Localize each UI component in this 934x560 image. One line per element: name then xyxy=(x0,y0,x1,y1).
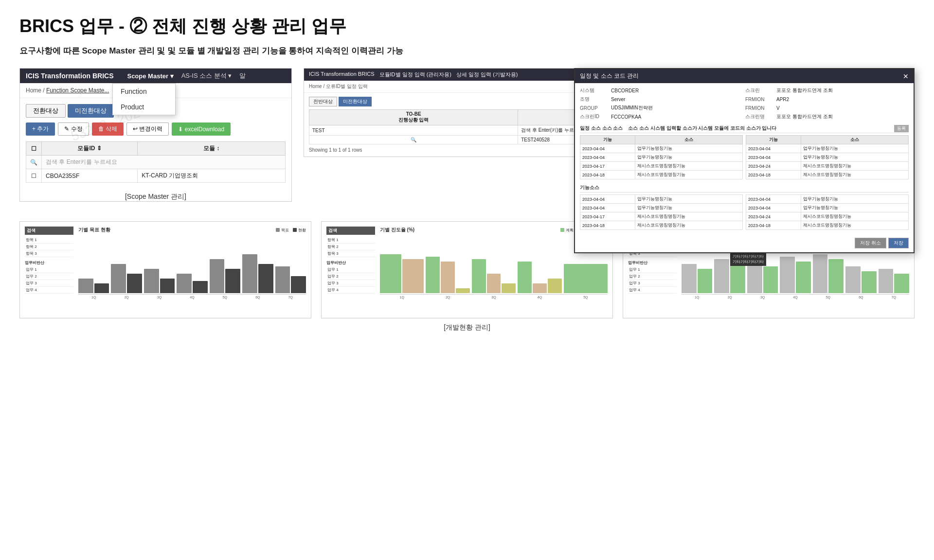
legend-label-target: 목표 xyxy=(281,228,289,233)
mt-col-source: 소스 xyxy=(635,136,742,144)
row-module-id: CBOA235SF xyxy=(42,169,138,183)
bar-dark xyxy=(225,269,240,293)
bar-group xyxy=(813,254,844,293)
bar-group xyxy=(144,269,175,293)
dev-col-tobe: TO-BE진행상황 입력 xyxy=(309,110,518,125)
excel-download-button[interactable]: ⬇ excelDownload xyxy=(172,122,231,136)
bar-lightgray xyxy=(747,262,762,293)
edit-button[interactable]: ✎ 수정 xyxy=(58,122,89,136)
history-button[interactable]: ↩ 변경이력 xyxy=(126,122,169,136)
chart-sub-item[interactable]: 업무 4 xyxy=(25,287,73,294)
modal-save-button[interactable]: 저장 xyxy=(888,238,909,248)
mt-row: 2023-04-18제시스코드명칭명칭기능 xyxy=(580,221,743,230)
chart-sub-item[interactable]: 업무 3 xyxy=(628,280,677,287)
bar-olive xyxy=(548,279,562,293)
chart-left-1: 검색 항목 1 항목 2 항목 3 업무비반산 업무 1 업무 2 업무 3 업… xyxy=(25,227,73,309)
chart-filter-item[interactable]: 항목 2 xyxy=(25,244,73,250)
scope-table: ☐ 모듈ID ⇕ 모듈 ↕ 🔍 검색 후 Enter키를 누르세요 ☐ CBOA… xyxy=(26,141,286,183)
chart-sub-item[interactable]: 업무 3 xyxy=(25,280,73,287)
tab-mijeonhwan[interactable]: 미전환대상 xyxy=(68,104,114,118)
chart-sub-item[interactable]: 업무 1 xyxy=(628,266,677,273)
dev-tab-jeonhwan[interactable]: 전반대상 xyxy=(309,97,337,106)
bar-tan xyxy=(402,259,424,293)
row-module-name: KT-CARD 기업명조회 xyxy=(138,169,286,183)
scope-caption: [Scope Master 관리] xyxy=(20,192,291,201)
scope-master-panel: ICIS Transformation BRICS Scope Master ▾… xyxy=(19,68,292,202)
x-label: 5Q xyxy=(564,296,608,299)
bar-group xyxy=(275,266,306,293)
chart-left-title-2: 검색 xyxy=(326,227,375,235)
bar-dark xyxy=(127,274,142,293)
add-button[interactable]: + 추가 xyxy=(26,122,55,136)
bar-green xyxy=(472,259,486,293)
chart-filter-item[interactable]: 항목 3 xyxy=(326,250,375,257)
col-module-id: 모듈ID ⇕ xyxy=(42,142,138,156)
chart-sub-item[interactable]: 업무 3 xyxy=(326,280,375,287)
x-label: 3Q xyxy=(144,296,175,299)
chart-subtitle-2: 업무비반산 xyxy=(326,260,375,265)
form-row-frmion: FRMION APR2 xyxy=(745,96,909,103)
chart-sub-item[interactable]: 업무 1 xyxy=(25,266,73,273)
nav-extra[interactable]: 알 xyxy=(239,71,246,80)
mt-col-date2: 기능 xyxy=(746,136,801,144)
bar-dark xyxy=(94,283,109,293)
nav-scope-master[interactable]: Scope Master ▾ xyxy=(127,72,173,80)
bar-green3 xyxy=(862,271,877,293)
bar-gray xyxy=(275,266,290,293)
main-content: ICIS Transformation BRICS Scope Master ▾… xyxy=(19,68,915,202)
chart-subtitle-3: 업무비반산 xyxy=(628,260,677,265)
mt-row: 2023-04-17제시스코드명칭명칭기능 xyxy=(580,162,743,171)
bar-group xyxy=(845,266,876,293)
chart-sub-item[interactable]: 업무 2 xyxy=(25,273,73,280)
bar-gray xyxy=(210,259,225,293)
chart-filter-item[interactable]: 항목 3 xyxy=(25,250,73,257)
chart-filter-item[interactable]: 항목 1 xyxy=(25,237,73,244)
legend-target: 목표 xyxy=(276,228,289,233)
table-row: ☐ CBOA235SF KT-CARD 기업명조회 xyxy=(26,169,286,183)
x-label: 6Q xyxy=(242,296,273,299)
tab-jeonhwan[interactable]: 전환대상 xyxy=(26,104,66,118)
label-screen-name: 스크린명 xyxy=(745,113,774,120)
legend-dot-green xyxy=(560,228,564,232)
dev-tobe-search: TEST xyxy=(309,125,518,136)
chart-sub-item[interactable]: 업무 2 xyxy=(628,273,677,280)
bar-chart-1 xyxy=(78,236,306,295)
chart-title-1: 기별 목표 현황 xyxy=(78,227,110,233)
chart-sub-item[interactable]: 업무 4 xyxy=(326,287,375,294)
section-add-btn[interactable]: 등록 xyxy=(894,125,909,132)
modal-table-right1: 기능 소스 2023-04-04업무기능명칭기능 2023-04-04업무기능명… xyxy=(746,135,909,179)
x-label: 7Q xyxy=(879,296,909,299)
chart-filter-item[interactable]: 항목 2 xyxy=(326,244,375,250)
mt-col-source2: 소스 xyxy=(801,136,908,144)
bar-lightgray xyxy=(682,264,697,293)
mt-row: 2023-04-04업무기능명칭기능 xyxy=(746,144,909,153)
modal-header: 일정 및 소스 코드 관리 ✕ xyxy=(575,69,914,83)
breadcrumb-link[interactable]: Function Scope Maste... xyxy=(46,87,109,94)
bar-green xyxy=(564,264,608,293)
dev-tab-mijeonhwan[interactable]: 미전환대상 xyxy=(339,97,372,106)
dropdown-function[interactable]: Function xyxy=(113,84,175,99)
bar-green3 xyxy=(796,262,811,293)
row-checkbox[interactable]: ☐ xyxy=(26,169,42,183)
nav-asis[interactable]: AS-IS 소스 분석 ▾ xyxy=(181,71,232,80)
modal-close-button[interactable]: ✕ xyxy=(903,72,909,80)
modal-cancel-button[interactable]: 저장 취소 xyxy=(855,238,886,248)
chart-sub-item[interactable]: 업무 2 xyxy=(326,273,375,280)
chart-left-2: 검색 항목 1 항목 2 항목 3 업무비반산 업무 1 업무 2 업무 3 업… xyxy=(326,227,375,309)
dropdown-product[interactable]: Product xyxy=(113,99,175,115)
chart-filter-item[interactable]: 항목 1 xyxy=(326,237,375,244)
chart-sub-item[interactable]: 업무 1 xyxy=(326,266,375,273)
bar-group xyxy=(426,257,469,293)
col-module-name: 모듈 ↕ xyxy=(138,142,286,156)
modal-form: 시스템 CBCORDER 스크린 포포오 통합카드연계 조회 조명 Server… xyxy=(580,87,909,120)
label-group: GROUP xyxy=(580,105,609,111)
chart-x-labels-2: 1Q 2Q 3Q 4Q 5Q xyxy=(380,296,608,299)
value-screen: 포포오 통합카드연계 조회 xyxy=(776,87,833,94)
chart-sub-item[interactable]: 업무 4 xyxy=(628,287,677,294)
bar-lightgray xyxy=(813,254,828,293)
value-system: CBCORDER xyxy=(611,88,639,93)
bar-green3 xyxy=(763,266,778,293)
x-label: 1Q xyxy=(78,296,109,299)
chart-x-labels-3: 1Q 2Q 3Q 4Q 5Q 6Q 7Q xyxy=(682,296,909,299)
delete-button[interactable]: 🗑 삭제 xyxy=(92,122,124,136)
